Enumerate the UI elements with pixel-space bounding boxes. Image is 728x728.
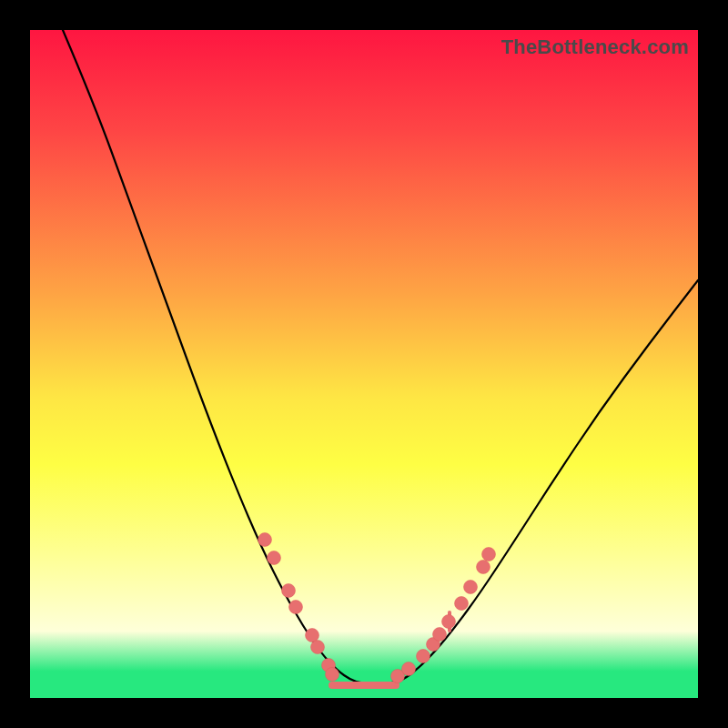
data-dot bbox=[282, 584, 296, 598]
plot-area: TheBottleneck.com bbox=[30, 30, 698, 698]
data-dot bbox=[464, 581, 478, 594]
chart-frame: TheBottleneck.com bbox=[0, 0, 728, 728]
data-dot bbox=[258, 533, 272, 547]
data-dot bbox=[326, 668, 339, 682]
data-dot bbox=[455, 597, 469, 611]
data-dots bbox=[258, 533, 496, 683]
data-dot bbox=[442, 615, 456, 629]
bottleneck-curve bbox=[63, 30, 698, 683]
data-dot bbox=[482, 548, 496, 561]
data-dot bbox=[433, 628, 447, 642]
data-dot bbox=[268, 551, 281, 565]
data-dot bbox=[306, 629, 319, 642]
chart-overlay bbox=[30, 30, 698, 698]
data-dot bbox=[477, 561, 490, 574]
data-dot bbox=[417, 650, 430, 663]
data-dot bbox=[311, 641, 325, 654]
data-dot bbox=[402, 662, 416, 676]
data-dot bbox=[289, 601, 303, 614]
